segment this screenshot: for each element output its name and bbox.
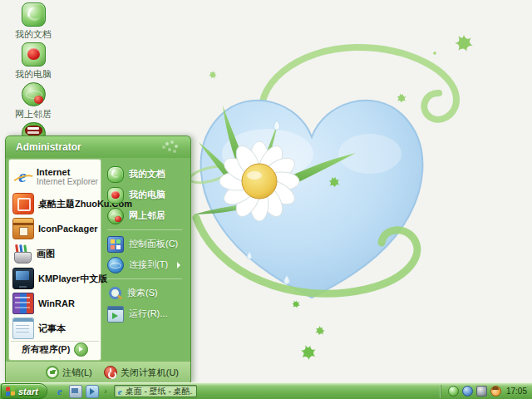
taskbar-task-button[interactable]: e 桌面 - 壁纸 - 桌酷... — [114, 385, 197, 397]
my-computer-icon — [107, 187, 124, 204]
menu-item-winrar[interactable]: WinRAR — [11, 291, 99, 316]
zhuoku-theme-icon — [12, 193, 34, 214]
desktop-icon-my-computer[interactable]: 我的电脑 — [3, 42, 63, 79]
tray-volume-icon[interactable] — [476, 386, 487, 397]
menu-item-title: Internet — [37, 167, 98, 177]
menu-item-label: 连接到(T) — [129, 259, 168, 271]
start-menu-username: Administrator — [16, 141, 81, 153]
start-menu-right-column: 我的文档 我的电脑 网上邻居 控制面板(C) 连接到(T) — [101, 159, 188, 361]
internet-explorer-icon: e — [12, 167, 32, 187]
menu-item-iconpackager[interactable]: IconPackager — [11, 216, 99, 241]
start-menu-left-column: e Internet Internet Explorer 桌酷主题ZhuoKu.… — [8, 159, 101, 361]
menu-item-label: 我的文档 — [129, 168, 165, 180]
quicklaunch-expand-chevron-icon[interactable]: › — [102, 386, 109, 397]
menu-item-control-panel[interactable]: 控制面板(C) — [106, 234, 185, 254]
start-button-label: start — [18, 387, 38, 397]
menu-item-title: WinRAR — [38, 298, 75, 308]
task-button-label: 桌面 - 壁纸 - 桌酷... — [126, 386, 193, 397]
run-icon — [107, 306, 124, 323]
all-programs-button[interactable]: 所有程序(P) — [11, 341, 99, 358]
menu-item-label: 搜索(S) — [127, 287, 158, 299]
desktop-icon-network-places[interactable]: 网上邻居 — [3, 82, 63, 119]
desktop-icon-label: 我的电脑 — [15, 68, 52, 81]
start-button[interactable]: start — [1, 383, 47, 399]
taskbar-clock: 17:05 — [506, 387, 527, 396]
desktop-icon-my-documents[interactable]: 我的文档 — [3, 2, 63, 39]
network-places-icon — [107, 208, 124, 224]
tray-network-icon[interactable] — [462, 386, 473, 397]
winrar-icon — [12, 293, 34, 314]
all-programs-arrow-icon — [74, 342, 88, 357]
my-computer-icon — [22, 42, 46, 66]
start-menu-footer: 注销(L) 关闭计算机(U) — [6, 361, 190, 383]
quicklaunch-internet-explorer-icon[interactable]: e — [54, 386, 66, 397]
network-places-icon — [22, 82, 46, 106]
shutdown-power-icon — [104, 366, 117, 379]
menu-item-search[interactable]: 搜索(S) — [106, 283, 185, 303]
control-panel-icon — [107, 236, 124, 253]
connect-to-icon — [107, 257, 124, 273]
shutdown-label: 关闭计算机(U) — [121, 367, 179, 379]
start-menu: Administrator e Internet Internet Explor… — [5, 135, 191, 383]
menu-item-label: 控制面板(C) — [129, 238, 178, 250]
quicklaunch-show-desktop-icon[interactable] — [69, 385, 82, 398]
submenu-arrow-icon — [177, 262, 180, 268]
start-menu-header: Administrator — [6, 136, 190, 158]
menu-item-kmplayer[interactable]: KMPlayer中文版 — [11, 266, 99, 291]
iconpackager-icon — [12, 218, 34, 239]
menu-item-label: 网上邻居 — [129, 209, 165, 222]
menu-item-paint[interactable]: 画图 — [11, 241, 99, 266]
menu-item-notepad[interactable]: 记事本 — [11, 316, 99, 341]
my-documents-icon — [22, 2, 46, 27]
menu-item-title: 画图 — [37, 249, 55, 259]
menu-item-label: 我的电脑 — [129, 189, 165, 201]
header-flower-decoration-icon — [165, 142, 169, 145]
menu-item-my-documents[interactable]: 我的文档 — [106, 164, 185, 185]
desktop: 我的文档 我的电脑 网上邻居 Administrator e Interne — [0, 0, 532, 399]
notepad-icon — [12, 318, 34, 339]
start-menu-body: e Internet Internet Explorer 桌酷主题ZhuoKu.… — [8, 159, 188, 361]
taskbar: start e › e 桌面 - 壁纸 - 桌酷... 17:05 — [0, 382, 532, 399]
shutdown-button[interactable]: 关闭计算机(U) — [104, 366, 179, 379]
system-tray: 17:05 — [441, 385, 532, 398]
my-documents-icon — [107, 166, 124, 183]
kmplayer-icon — [12, 268, 34, 289]
menu-item-title: KMPlayer中文版 — [38, 273, 107, 283]
menu-item-connect-to[interactable]: 连接到(T) — [106, 254, 185, 275]
tray-status-icon[interactable] — [448, 386, 459, 397]
menu-item-title: IconPackager — [38, 224, 98, 234]
task-internet-explorer-icon: e — [118, 387, 122, 397]
logoff-icon — [46, 366, 59, 379]
menu-item-title: 记事本 — [38, 323, 66, 333]
windows-logo-icon — [6, 386, 15, 396]
menu-item-run[interactable]: 运行(R)... — [106, 303, 185, 324]
menu-item-zhuoku-theme[interactable]: 桌酷主题ZhuoKu.Com — [11, 191, 99, 216]
tray-messenger-icon[interactable] — [490, 386, 501, 397]
search-icon — [107, 286, 122, 301]
logoff-button[interactable]: 注销(L) — [46, 366, 91, 379]
menu-item-subtitle: Internet Explorer — [37, 177, 98, 186]
menu-item-my-computer[interactable]: 我的电脑 — [106, 185, 185, 205]
menu-item-network-places[interactable]: 网上邻居 — [106, 205, 185, 226]
menu-item-internet-explorer[interactable]: e Internet Internet Explorer — [11, 162, 99, 191]
menu-separator — [107, 229, 182, 230]
logoff-label: 注销(L) — [62, 367, 91, 379]
menu-separator — [107, 278, 182, 279]
desktop-icon-label: 我的文档 — [15, 28, 52, 41]
all-programs-label: 所有程序(P) — [22, 343, 71, 356]
menu-item-label: 运行(R)... — [129, 308, 167, 320]
quicklaunch-media-player-icon[interactable] — [86, 385, 99, 398]
paint-icon — [12, 244, 32, 264]
quick-launch-bar: e › — [54, 385, 109, 398]
desktop-icon-label: 网上邻居 — [15, 108, 52, 121]
